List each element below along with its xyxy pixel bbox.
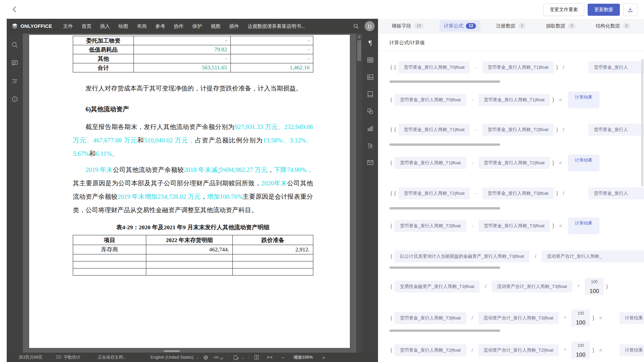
panel-scrollbar[interactable] xyxy=(641,59,643,186)
paragraph-settings-icon[interactable]: ¶ xyxy=(366,39,374,47)
doc-text: 其主要原因是为公司本部及其子公司部分理财产品到期赎回所致， xyxy=(73,180,261,187)
onlyoffice-logo: ONLYOFFICE xyxy=(11,23,52,29)
formula-scrollbar[interactable] xyxy=(389,266,500,269)
field-chip[interactable]: 货币资金_发行人简称_T1|float xyxy=(394,157,466,169)
menu-item-11[interactable]: 达观数据债券募集说明书... xyxy=(243,19,310,34)
back-icon[interactable] xyxy=(10,5,19,14)
zoom-level[interactable]: 缩放100% xyxy=(294,355,313,360)
field-chip[interactable]: 货币资金_发行人简称_T3|float xyxy=(482,187,554,199)
chart-settings-icon[interactable] xyxy=(366,124,374,132)
doc-text: 和 xyxy=(89,150,96,157)
vertical-scrollbar-thumb[interactable] xyxy=(357,40,361,61)
user-avatar[interactable]: D xyxy=(365,21,375,31)
menu-item-4[interactable]: 绘图 xyxy=(114,19,132,34)
zoom-in-button[interactable]: + xyxy=(322,355,325,360)
table-settings-icon[interactable] xyxy=(366,56,374,64)
field-chip[interactable]: 流动资产合计_发行人简称_T3|float xyxy=(492,281,572,293)
search-icon[interactable] xyxy=(352,22,360,30)
table-cell-value: - xyxy=(134,54,231,63)
navigation-icon[interactable] xyxy=(11,77,19,85)
tab-模板字段[interactable]: 模板字段10 xyxy=(387,20,428,32)
formula-scrollbar[interactable] xyxy=(389,207,500,209)
calc-result-chip[interactable]: 计算结果 xyxy=(568,155,599,171)
tab-计算公式[interactable]: 计算公式12 xyxy=(439,20,480,32)
field-chip-clipped[interactable]: 流动资产合计_发行人简称_ xyxy=(542,250,644,262)
field-chip-clipped[interactable]: 计算结果 xyxy=(620,344,644,356)
comments-icon[interactable] xyxy=(11,59,19,67)
highlighted-text: 2018 年末减少694,982.27 万元 xyxy=(184,166,267,173)
menu-item-9[interactable]: 视图 xyxy=(206,19,225,34)
track-changes-icon[interactable]: ⌄ xyxy=(233,355,244,360)
image-settings-icon[interactable] xyxy=(366,73,374,81)
field-chip[interactable]: 货币资金_发行人简称_T2|float xyxy=(394,220,466,232)
highlighted-text: 下降74.90%， xyxy=(274,166,313,173)
field-chip-clipped[interactable]: 货币资金_发行人 xyxy=(588,124,644,136)
operator: - xyxy=(472,97,473,103)
tab-抽取数据[interactable]: 抽取数据0 xyxy=(541,20,580,32)
menu-item-6[interactable]: 参考 xyxy=(151,19,169,34)
field-chip[interactable]: 货币资金_发行人简称_T2|float xyxy=(394,344,466,356)
menu-item-2[interactable]: 首页 xyxy=(77,19,96,34)
field-chip[interactable]: 货币资金_发行人简称_T0|float xyxy=(398,61,470,73)
menu-item-3[interactable]: 插入 xyxy=(96,19,114,34)
formula-scrollbar[interactable] xyxy=(389,143,500,146)
fit-width-icon[interactable] xyxy=(267,355,273,360)
page-indicator[interactable]: 第3页共99页 xyxy=(19,355,43,360)
fraction-chip[interactable]: 100100 xyxy=(571,342,590,359)
tab-结构化数据[interactable]: 结构化数据0 xyxy=(591,20,635,32)
field-chip[interactable]: 货币资金_发行人简称_T0|float xyxy=(394,94,466,106)
horizontal-scrollbar[interactable] xyxy=(164,350,180,352)
formula-scrollbar[interactable] xyxy=(389,329,500,332)
search-icon[interactable] xyxy=(11,41,19,49)
document-page[interactable]: 委托加工物资--低值易耗品79.82-其他--合计563,511.651,462… xyxy=(29,35,350,348)
logo-icon xyxy=(11,23,18,29)
table-empty-row xyxy=(73,254,313,261)
field-chip[interactable]: 货币资金_发行人简称_T1|float xyxy=(478,94,550,106)
fit-page-icon[interactable] xyxy=(254,355,259,360)
calc-result-chip[interactable]: 计算结果 xyxy=(568,92,599,108)
set-language-icon[interactable] xyxy=(203,355,209,360)
field-chip-clipped[interactable]: 计算结果 xyxy=(620,312,644,324)
spellcheck-icon[interactable]: ABC xyxy=(213,355,223,360)
fraction-chip[interactable]: 100100 xyxy=(571,309,590,327)
field-chip[interactable]: 以公计且其变动计入当期损益的金融资产_发行人简称_T3|float xyxy=(394,250,529,262)
field-chip[interactable]: 货币资金_发行人简称_T2|float xyxy=(482,124,554,136)
document-canvas[interactable]: 委托加工物资--低值易耗品79.82-其他--合计563,511.651,462… xyxy=(23,34,356,353)
change-file-elements-button[interactable]: 变更文件要素 xyxy=(543,3,584,16)
field-chip[interactable]: 货币资金_发行人简称_T3|float xyxy=(478,220,550,232)
field-chip[interactable]: 货币资金_发行人简称_T2|float xyxy=(478,157,550,169)
shapes-settings-icon[interactable] xyxy=(366,107,374,115)
field-chip[interactable]: 货币资金_发行人简称_T1|float xyxy=(398,124,470,136)
mailmerge-settings-icon[interactable] xyxy=(366,159,374,167)
field-chip[interactable]: 货币资金_发行人简称_T2|float xyxy=(398,187,470,199)
vertical-scrollbar[interactable]: ▲ xyxy=(356,34,362,353)
field-chip[interactable]: 流动资产合计_发行人简称_T2|float xyxy=(478,344,559,356)
field-chip-clipped[interactable]: 货币资金_发行人 xyxy=(588,187,644,199)
formula-scrollbar[interactable] xyxy=(389,80,500,83)
app-window: 变更文件要素 更新数据 ONLYOFFICE 文 xyxy=(0,0,644,362)
panel-section-title: 计算公式/计算值 xyxy=(378,34,644,51)
scroll-up-icon[interactable]: ▲ xyxy=(357,34,362,39)
about-icon[interactable] xyxy=(11,95,19,103)
tab-注册数据[interactable]: 注册数据2 xyxy=(492,20,530,32)
menu-item-7[interactable]: 协作 xyxy=(169,19,188,34)
paren: ) xyxy=(552,97,554,103)
download-button[interactable] xyxy=(623,3,637,16)
headerfooter-settings-icon[interactable] xyxy=(366,90,374,98)
textart-settings-icon[interactable]: Ta xyxy=(366,141,374,149)
field-chip-clipped[interactable]: 货币资金_发行人 xyxy=(588,61,644,73)
fraction-chip[interactable]: 100100 xyxy=(585,278,604,295)
zoom-out-button[interactable]: − xyxy=(281,355,284,360)
calc-result-chip[interactable]: 计算结果 xyxy=(568,218,599,234)
update-data-button[interactable]: 更新数据 xyxy=(588,4,620,16)
word-count[interactable]: 123 字数统计 xyxy=(56,355,80,360)
menu-item-8[interactable]: 保护 xyxy=(188,19,206,34)
field-chip[interactable]: 交易性金融资产_发行人简称_T3|float xyxy=(394,281,480,293)
field-chip[interactable]: 货币资金_发行人简称_T3|float xyxy=(394,312,466,324)
menu-item-1[interactable]: 文件 xyxy=(59,19,77,34)
field-chip[interactable]: 货币资金_发行人简称_T1|float xyxy=(482,61,554,73)
language-selector[interactable]: English (United States)⌄ xyxy=(151,355,199,360)
menu-item-10[interactable]: 插件 xyxy=(225,19,243,34)
field-chip[interactable]: 流动资产合计_发行人简称_T3|float xyxy=(478,312,559,324)
menu-item-5[interactable]: 布局 xyxy=(132,19,151,34)
